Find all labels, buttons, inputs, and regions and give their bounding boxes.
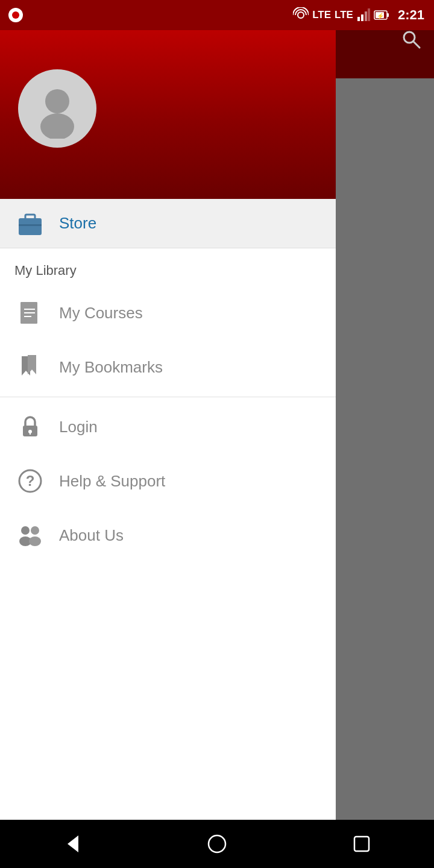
svg-text:?: ? <box>26 473 35 489</box>
svg-point-30 <box>31 526 39 535</box>
status-time: 2:21 <box>398 7 424 23</box>
lock-icon <box>14 411 46 442</box>
svg-rect-4 <box>361 14 363 21</box>
svg-line-1 <box>414 42 420 48</box>
store-icon <box>14 208 46 239</box>
store-label: Store <box>59 214 96 233</box>
help-svg: ? <box>17 468 43 494</box>
bookmarks-icon <box>14 351 46 383</box>
bookmarks-svg <box>17 354 43 380</box>
cast-icon <box>293 7 309 23</box>
my-bookmarks-label: My Bookmarks <box>59 358 163 377</box>
avatar[interactable] <box>18 69 96 148</box>
help-support-label: Help & Support <box>59 472 165 491</box>
help-support-item[interactable]: ? Help & Support <box>0 454 336 508</box>
record-indicator <box>8 8 23 22</box>
overlay-background <box>336 0 434 868</box>
signal-icon <box>357 8 370 22</box>
about-us-label: About Us <box>59 526 124 545</box>
help-icon: ? <box>14 465 46 497</box>
svg-rect-25 <box>30 432 31 435</box>
svg-marker-32 <box>68 835 78 852</box>
svg-text:⚡: ⚡ <box>377 12 385 20</box>
svg-point-2 <box>298 12 304 18</box>
svg-rect-3 <box>357 17 360 21</box>
svg-point-31 <box>29 536 41 546</box>
my-library-header: My Library <box>0 248 336 286</box>
svg-point-28 <box>21 526 30 535</box>
status-icons: LTE LTE ⚡ 2:21 <box>293 7 424 23</box>
divider-1 <box>0 397 336 397</box>
lock-svg <box>17 414 43 440</box>
home-icon <box>206 833 228 855</box>
svg-rect-34 <box>354 837 369 851</box>
drawer-panel: LTE LTE ⚡ 2:21 <box>0 0 336 868</box>
my-bookmarks-item[interactable]: My Bookmarks <box>0 340 336 394</box>
svg-point-33 <box>209 835 225 852</box>
svg-rect-13 <box>19 218 42 235</box>
lte-label2: LTE <box>335 9 353 21</box>
login-label: Login <box>59 418 98 436</box>
avatar-icon <box>27 78 87 139</box>
svg-marker-22 <box>28 355 36 374</box>
status-bar: LTE LTE ⚡ 2:21 <box>0 0 434 30</box>
back-button[interactable] <box>54 826 90 862</box>
people-icon <box>14 520 46 551</box>
svg-rect-6 <box>368 8 370 21</box>
recent-icon <box>351 833 373 855</box>
home-button[interactable] <box>199 826 235 862</box>
lte-label: LTE <box>312 9 331 21</box>
svg-rect-15 <box>19 224 42 226</box>
people-svg <box>17 522 43 549</box>
courses-svg <box>17 300 43 326</box>
navigation-bar <box>0 820 434 868</box>
record-dot <box>8 8 23 22</box>
my-courses-label: My Courses <box>59 304 143 322</box>
courses-icon <box>14 297 46 329</box>
battery-icon: ⚡ <box>374 9 389 21</box>
svg-point-12 <box>40 113 74 139</box>
svg-rect-8 <box>387 13 389 17</box>
back-icon <box>61 833 83 855</box>
about-us-item[interactable]: About Us <box>0 508 336 562</box>
search-icon[interactable] <box>400 28 422 50</box>
recent-button[interactable] <box>344 826 380 862</box>
svg-rect-5 <box>365 11 367 21</box>
briefcase-icon <box>16 210 44 237</box>
svg-point-11 <box>45 89 69 113</box>
login-item[interactable]: Login <box>0 400 336 454</box>
my-courses-item[interactable]: My Courses <box>0 286 336 340</box>
store-menu-item[interactable]: Store <box>0 199 336 248</box>
svg-rect-14 <box>25 215 35 219</box>
